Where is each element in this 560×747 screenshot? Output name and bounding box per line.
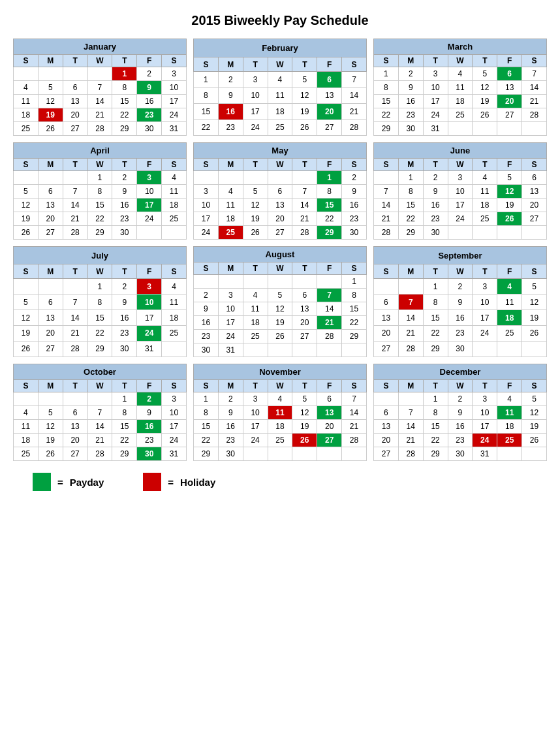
calendar-cell: 24 (423, 108, 448, 122)
month-title-june: June (374, 143, 547, 159)
calendar-cell: 17 (162, 420, 187, 434)
day-header: M (398, 264, 423, 279)
calendar-cell (342, 447, 367, 461)
calendar-cell: 14 (398, 310, 423, 326)
calendar-cell: 8 (342, 289, 367, 302)
day-header: W (87, 159, 112, 171)
day-header: M (398, 159, 423, 171)
calendar-cell: 1 (194, 392, 219, 406)
calendar-cell: 29 (423, 341, 448, 357)
calendar-cell: 30 (194, 343, 219, 357)
payday-legend: = Payday (33, 473, 104, 491)
calendar-cell: 2 (194, 289, 219, 302)
calendar-cell (522, 122, 547, 136)
day-header: F (317, 57, 342, 71)
calendar-cell: 14 (398, 420, 423, 434)
day-header: S (194, 57, 219, 71)
calendar-cell: 3 (137, 171, 162, 185)
calendar-cell: 19 (292, 420, 317, 434)
calendar-cell: 21 (522, 95, 547, 108)
calendar-cell: 19 (14, 212, 39, 226)
calendar-cell: 8 (87, 185, 112, 199)
calendar-cell: 9 (398, 81, 423, 95)
calendar-cell: 18 (497, 420, 522, 434)
calendar-cell: 15 (374, 95, 399, 108)
calendar-cell: 27 (317, 434, 342, 447)
calendar-cell: 24 (243, 119, 268, 136)
month-july: JulySMTWTFS12345678910111213141516171819… (13, 246, 187, 357)
calendar-cell: 23 (137, 108, 162, 122)
calendar-cell: 27 (38, 341, 63, 357)
calendar-cell: 10 (473, 294, 497, 310)
calendar-cell: 25 (162, 325, 187, 341)
calendar-cell: 6 (268, 185, 292, 199)
calendar-cell (342, 343, 367, 357)
calendar-cell: 1 (374, 67, 399, 81)
calendar-cell: 16 (448, 310, 473, 326)
calendar-cell: 31 (218, 343, 243, 357)
day-header: M (38, 264, 63, 279)
calendar-cell: 24 (448, 212, 473, 226)
calendar-cell: 15 (194, 420, 219, 434)
month-title-april: April (14, 143, 187, 159)
calendar-cell: 30 (448, 447, 473, 461)
calendar-cell: 10 (162, 406, 187, 420)
day-header: S (162, 159, 187, 171)
day-header: M (398, 380, 423, 392)
calendar-cell: 30 (112, 226, 137, 240)
calendar-container: JanuarySMTWTFS12345678910111213141516171… (13, 39, 547, 461)
calendar-cell (473, 122, 497, 136)
day-header: S (194, 159, 219, 171)
month-title-december: December (374, 364, 547, 380)
day-header: F (137, 55, 162, 67)
calendar-cell (87, 67, 112, 81)
day-header: T (63, 55, 87, 67)
day-header: S (14, 55, 39, 67)
day-header: S (522, 159, 547, 171)
calendar-cell: 4 (243, 289, 268, 302)
calendar-cell: 6 (497, 67, 522, 81)
day-header: S (162, 264, 187, 279)
calendar-cell: 7 (292, 185, 317, 199)
calendar-cell: 25 (218, 226, 243, 240)
calendar-cell: 7 (522, 67, 547, 81)
day-header: F (137, 380, 162, 392)
month-title-october: October (14, 364, 187, 380)
calendar-cell (292, 275, 317, 289)
calendar-cell: 28 (292, 226, 317, 240)
calendar-cell: 11 (218, 199, 243, 212)
calendar-cell: 17 (218, 316, 243, 330)
day-header: T (423, 380, 448, 392)
calendar-cell: 2 (423, 171, 448, 185)
day-header: W (448, 159, 473, 171)
day-header: S (14, 380, 39, 392)
calendar-cell: 13 (374, 420, 399, 434)
day-header: T (243, 57, 268, 71)
calendar-cell: 10 (137, 294, 162, 310)
calendar-cell: 26 (38, 447, 63, 461)
calendar-cell: 15 (194, 104, 219, 119)
calendar-cell: 24 (194, 226, 219, 240)
calendar-cell (374, 392, 399, 406)
calendar-cell: 21 (398, 325, 423, 341)
calendar-cell: 8 (112, 81, 137, 95)
calendar-cell: 8 (423, 294, 448, 310)
calendar-cell: 17 (448, 199, 473, 212)
calendar-cell: 7 (87, 81, 112, 95)
calendar-cell: 30 (112, 341, 137, 357)
month-title-may: May (194, 143, 367, 159)
calendar-cell (14, 171, 39, 185)
calendar-cell: 2 (218, 392, 243, 406)
calendar-cell: 5 (292, 392, 317, 406)
calendar-cell: 20 (522, 199, 547, 212)
calendar-cell: 4 (268, 392, 292, 406)
calendar-cell (448, 226, 473, 240)
calendar-cell: 29 (342, 330, 367, 343)
calendar-cell: 1 (398, 171, 423, 185)
calendar-cell: 30 (423, 226, 448, 240)
calendar-cell: 6 (374, 294, 399, 310)
calendar-cell: 6 (292, 289, 317, 302)
calendar-cell: 22 (423, 434, 448, 447)
calendar-cell: 7 (342, 72, 367, 87)
calendar-cell: 5 (243, 185, 268, 199)
